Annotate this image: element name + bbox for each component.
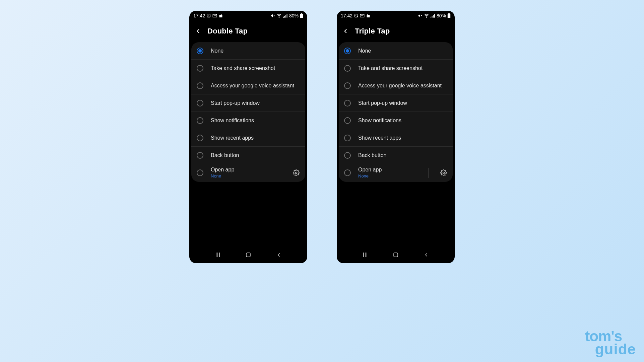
radio-unselected[interactable] [197,169,203,176]
option-sublabel: None [358,173,420,178]
phones-container: 17:42 80% Double Tap None [0,11,644,263]
svg-point-20 [426,17,427,17]
option-back-button[interactable]: Back button [339,147,453,164]
svg-point-1 [208,15,209,16]
option-screenshot[interactable]: Take and share screenshot [191,60,305,77]
svg-rect-8 [286,14,287,17]
option-notifications[interactable]: Show notifications [191,112,305,129]
svg-point-11 [296,172,297,173]
option-label: Start pop-up window [358,100,447,106]
mute-icon [270,13,275,18]
chevron-left-icon [342,28,349,34]
status-time: 17:42 [341,13,352,18]
svg-rect-5 [283,17,284,18]
gmail-icon [212,14,217,18]
navigation-bar [337,248,455,263]
option-label: Show notifications [358,118,447,124]
radio-unselected[interactable] [344,169,351,176]
svg-rect-23 [433,15,434,17]
svg-rect-31 [394,253,398,257]
image-icon [354,14,358,18]
radio-unselected[interactable] [344,117,351,124]
battery-percent: 80% [437,13,446,18]
svg-rect-16 [355,14,358,17]
svg-point-4 [279,17,279,17]
option-label: None [358,48,447,54]
option-recent-apps[interactable]: Show recent apps [191,129,305,147]
settings-button[interactable] [293,169,300,176]
battery-icon [300,13,303,18]
option-label: Take and share screenshot [358,65,447,71]
radio-unselected[interactable] [197,100,203,106]
option-label: Open app [358,167,420,173]
shop-icon [219,14,223,18]
option-label: Show recent apps [211,135,300,141]
nav-home[interactable] [244,250,253,260]
option-open-app[interactable]: Open app None [339,164,453,182]
option-label: None [211,48,300,54]
gmail-icon [360,14,365,18]
option-none[interactable]: None [191,42,305,60]
radio-unselected[interactable] [197,117,203,124]
svg-rect-7 [285,15,286,17]
radio-unselected[interactable] [344,65,351,72]
option-screenshot[interactable]: Take and share screenshot [339,60,453,77]
radio-unselected[interactable] [197,135,203,141]
radio-unselected[interactable] [344,82,351,89]
divider [281,168,281,178]
status-time: 17:42 [193,13,205,18]
option-none[interactable]: None [339,42,453,60]
radio-unselected[interactable] [344,152,351,159]
svg-rect-0 [207,14,210,17]
option-label: Access your google voice assistant [358,83,447,89]
svg-rect-26 [448,14,450,18]
back-button[interactable] [194,27,202,35]
option-popup-window[interactable]: Start pop-up window [339,94,453,112]
radio-selected[interactable] [344,48,351,54]
option-voice-assistant[interactable]: Access your google voice assistant [339,77,453,94]
radio-unselected[interactable] [197,65,203,72]
option-open-app[interactable]: Open app None [191,164,305,182]
option-label: Start pop-up window [211,100,300,106]
gear-icon [293,169,300,176]
svg-point-17 [356,15,356,16]
option-label: Take and share screenshot [211,65,300,71]
radio-unselected[interactable] [197,82,203,89]
navigation-bar [189,248,307,263]
svg-rect-24 [434,14,435,17]
wifi-icon [276,14,282,18]
radio-unselected[interactable] [344,100,351,106]
svg-rect-21 [431,17,431,18]
svg-rect-10 [300,14,303,18]
option-popup-window[interactable]: Start pop-up window [191,94,305,112]
status-bar: 17:42 80% [337,11,455,21]
nav-recents[interactable] [361,250,370,260]
mute-icon [418,13,423,18]
nav-back[interactable] [422,250,431,260]
option-recent-apps[interactable]: Show recent apps [339,129,453,147]
option-label: Back button [358,152,447,158]
svg-rect-25 [448,13,450,14]
page-title: Double Tap [207,27,248,35]
nav-home[interactable] [391,250,400,260]
back-button[interactable] [341,27,349,35]
radio-unselected[interactable] [344,135,351,141]
page-header: Double Tap [189,21,307,42]
option-voice-assistant[interactable]: Access your google voice assistant [191,77,305,94]
option-notifications[interactable]: Show notifications [339,112,453,129]
option-label: Back button [211,152,300,158]
page-title: Triple Tap [355,27,390,35]
svg-rect-6 [284,16,285,18]
svg-rect-15 [246,253,250,257]
page-header: Triple Tap [337,21,455,42]
signal-icon [431,14,435,18]
svg-rect-9 [301,13,302,14]
option-back-button[interactable]: Back button [191,147,305,164]
options-card: None Take and share screenshot Access yo… [339,42,453,182]
nav-back[interactable] [274,250,283,260]
radio-selected[interactable] [197,48,203,54]
settings-button[interactable] [440,169,447,176]
chevron-left-icon [195,28,201,34]
nav-recents[interactable] [213,250,222,260]
radio-unselected[interactable] [197,152,203,159]
